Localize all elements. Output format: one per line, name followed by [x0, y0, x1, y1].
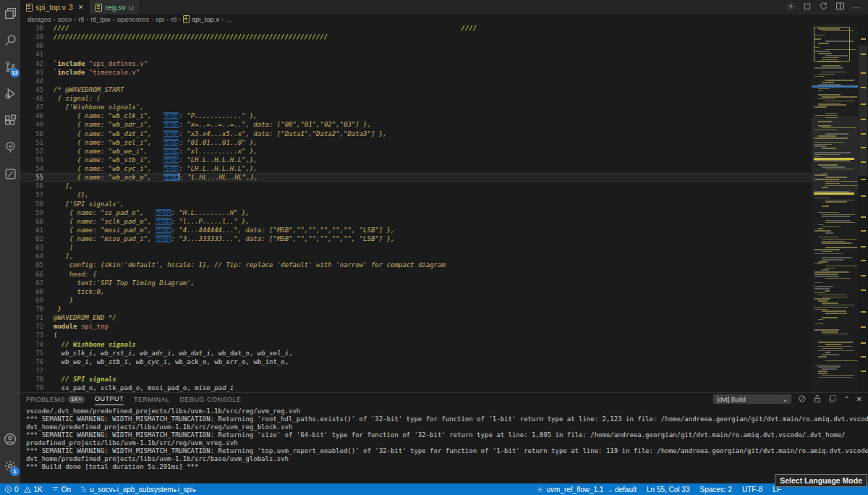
- code-line[interactable]: 58 ['SPI signals',: [20, 200, 812, 208]
- code-line[interactable]: 73(: [20, 331, 812, 339]
- scrollbar-slider[interactable]: [859, 46, 867, 176]
- code-line[interactable]: 77: [20, 366, 812, 375]
- code-line[interactable]: 46 { signal: [: [20, 94, 812, 103]
- code-line[interactable]: 49 { name: "wb_adr_i", wave: "x=..=..=..…: [20, 120, 812, 129]
- code-line[interactable]: 71@WAVEDROM_END */: [20, 313, 812, 322]
- notebook-edit-icon[interactable]: [0, 161, 20, 187]
- stop-square-icon[interactable]: [803, 1, 812, 14]
- code-line[interactable]: 65 config: {skin:'default', hscale: 1}, …: [20, 261, 812, 269]
- code-line[interactable]: 57 {},: [20, 190, 812, 199]
- code-line[interactable]: 59 { name: "ss_pad_o", wave: "H.L.......…: [20, 208, 812, 217]
- panel-tab-output[interactable]: OUTPUT: [95, 393, 124, 405]
- cursor-position[interactable]: Ln 55, Col 33: [647, 486, 690, 494]
- code-line[interactable]: 56 ],: [20, 182, 812, 190]
- output-log[interactable]: vscode/.dvt_home/predefined_projects/lib…: [20, 405, 868, 471]
- panel-tab-problems[interactable]: PROBLEMS1K+: [26, 393, 85, 405]
- code-line[interactable]: 69 }: [20, 296, 812, 305]
- indentation-status[interactable]: Spaces: 2: [700, 486, 732, 494]
- source-control-icon[interactable]: 12: [0, 54, 20, 80]
- code-line[interactable]: 39//////////////////////////////////////…: [20, 33, 812, 41]
- code-line[interactable]: 40: [20, 41, 812, 50]
- panel-tab-debug-console[interactable]: DEBUG CONSOLE: [180, 393, 242, 405]
- encoding-status[interactable]: UTF-8: [742, 486, 762, 494]
- minimap[interactable]: [812, 24, 858, 392]
- code-line[interactable]: 42`include "spi_defines.v": [20, 59, 812, 68]
- code-line[interactable]: 79 ss_pad_o, sclk_pad_o, mosi_pad_o, mis…: [20, 384, 812, 392]
- code-line[interactable]: 51 { name: "wb_sel_i", wave: "01.01...01…: [20, 138, 812, 147]
- open-in-editor-icon[interactable]: [828, 393, 837, 406]
- editor[interactable]: 38//// ////39///////////////////////////…: [20, 24, 868, 392]
- code-line[interactable]: 60 { name: "sclk_pad_o", wave: "l...P...…: [20, 217, 812, 226]
- code-line[interactable]: 78 // SPI signals: [20, 375, 812, 384]
- code-line[interactable]: 50 { name: "wb_dat_i", wave: "x3.x4...x5…: [20, 130, 812, 138]
- overview-ruler[interactable]: [858, 24, 868, 392]
- code-line[interactable]: 53 { name: "wb_stb_i", wave: "LH.L..H.L.…: [20, 156, 812, 164]
- scope-item[interactable]: i_spi: [178, 486, 193, 494]
- code-line[interactable]: 70 }: [20, 305, 812, 313]
- code-line[interactable]: 61 { name: "mosi_pad_o", wave: "4...4444…: [20, 226, 812, 234]
- code-line[interactable]: 62 { name: "miso_pad_i", wave: "3...3333…: [20, 234, 812, 243]
- build-config-status[interactable]: uvm_ref_flow_1.1 → default: [536, 486, 637, 494]
- breadcrumb[interactable]: designs›socv›rtl›rtl_lpw›opencores›spi›r…: [20, 14, 868, 24]
- code-line[interactable]: 76 wb_we_i, wb_stb_i, wb_cyc_i, wb_ack_o…: [20, 358, 812, 366]
- clear-output-icon[interactable]: [798, 393, 807, 406]
- scope-item[interactable]: u_socv: [90, 486, 113, 494]
- code-text: (: [43, 331, 57, 339]
- dvt-verify-icon[interactable]: [0, 134, 20, 161]
- output-line: predefined_projects/libs/uvm-1.1b/src/re…: [26, 439, 868, 447]
- breadcrumb-item[interactable]: socv: [58, 15, 72, 23]
- breadcrumb-item[interactable]: spi: [156, 15, 164, 23]
- code-line[interactable]: 47 ['Wishbone signals',: [20, 103, 812, 111]
- code-line[interactable]: 52 { name: "wb_we_i", wave: "xl.........…: [20, 147, 812, 156]
- code-line[interactable]: 75 wb_clk_i, wb_rst_i, wb_adr_i, wb_dat_…: [20, 349, 812, 358]
- code-line[interactable]: 64 ],: [20, 252, 812, 261]
- code-line[interactable]: 72module spi_top: [20, 322, 812, 331]
- code-line[interactable]: 41: [20, 50, 812, 59]
- maximize-panel-icon[interactable]: ⌃: [843, 395, 849, 403]
- code-line[interactable]: 63 ]: [20, 243, 812, 252]
- breadcrumb-item[interactable]: designs: [27, 15, 51, 23]
- code-text: { name: "wb_dat_i", wave: "x3.x4...x5..x…: [43, 130, 387, 138]
- verilog-file-icon: [26, 4, 33, 12]
- sync-icon[interactable]: [819, 1, 828, 14]
- code-line[interactable]: 74 // Wishbone signals: [20, 340, 812, 349]
- output-channel-select[interactable]: [dvt] Build ⌄: [713, 394, 791, 404]
- code-line[interactable]: 45/* @WAVEDROM_START: [20, 85, 812, 94]
- breadcrumb-item[interactable]: spi_top.v: [192, 15, 219, 23]
- breadcrumb-item[interactable]: rtl: [171, 15, 176, 23]
- design-scope-breadcrumb[interactable]: u_socv▸i_apb_subsystem▸i_spi▸: [80, 486, 197, 494]
- run-debug-icon[interactable]: [0, 80, 20, 107]
- code-line[interactable]: 44: [20, 77, 812, 85]
- code-line[interactable]: 48 { name: "wb_clk_i", wave: "P.........…: [20, 111, 812, 120]
- close-panel-icon[interactable]: ✕: [856, 395, 862, 403]
- tab-reg-sv[interactable]: reg.sv U: [90, 0, 140, 14]
- breadcrumb-item[interactable]: …: [226, 15, 233, 23]
- search-icon[interactable]: [0, 27, 20, 54]
- settings-gear-icon[interactable]: 1: [0, 452, 20, 479]
- code-line[interactable]: 67 text:'SPI Top Timing Diagram',: [20, 279, 812, 287]
- code-line[interactable]: 68 tick:0,: [20, 287, 812, 296]
- unlock-icon[interactable]: [813, 393, 822, 406]
- code-line[interactable]: 54 { name: "wb_cyc_i", wave: "LH.L..H.L.…: [20, 164, 812, 173]
- split-editor-icon[interactable]: [835, 1, 845, 14]
- more-actions-icon[interactable]: ⋯: [852, 3, 861, 12]
- extensions-icon[interactable]: [0, 107, 20, 134]
- tab-spi-top[interactable]: spi_top.v 3 ✕: [20, 0, 90, 14]
- filter-status[interactable]: On: [51, 486, 71, 494]
- code-lines[interactable]: 38//// ////39///////////////////////////…: [20, 24, 812, 392]
- code-line[interactable]: 66 head: {: [20, 270, 812, 279]
- breadcrumb-item[interactable]: opencores: [117, 15, 149, 23]
- explorer-icon[interactable]: [0, 0, 20, 27]
- close-icon[interactable]: ✕: [78, 4, 84, 11]
- line-number: 68: [20, 287, 43, 296]
- breadcrumb-item[interactable]: rtl_lpw: [90, 15, 110, 23]
- problems-status[interactable]: 0 1K: [4, 486, 43, 494]
- code-line[interactable]: 55 { name: "wb_ack_o", wave: "L.HL...HL.…: [20, 173, 812, 182]
- panel-tab-terminal[interactable]: TERMINAL: [134, 393, 170, 405]
- accounts-icon[interactable]: [0, 426, 20, 452]
- breadcrumb-item[interactable]: rtl: [78, 15, 84, 23]
- code-line[interactable]: 38//// ////: [20, 24, 812, 33]
- code-line[interactable]: 43`include "timescale.v": [20, 68, 812, 77]
- scope-item[interactable]: i_apb_subsystem: [117, 486, 174, 494]
- gear-icon[interactable]: [786, 1, 796, 14]
